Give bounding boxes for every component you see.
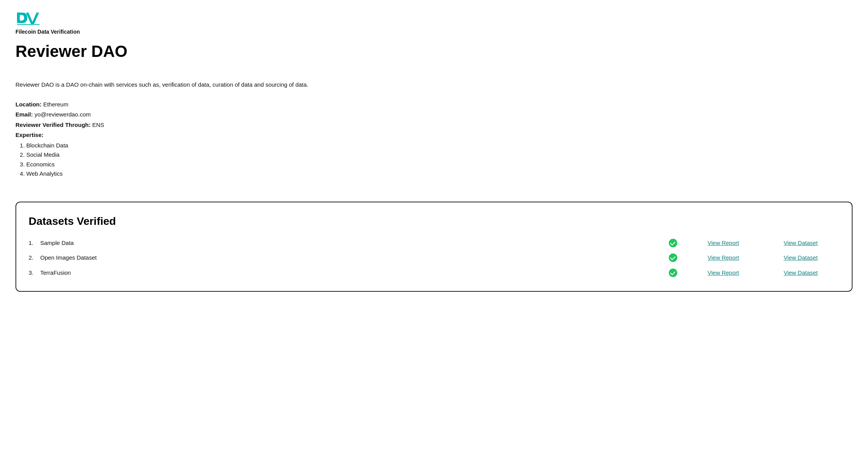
datasets-section: Datasets Verified 1. Sample Data View Re… — [15, 202, 853, 292]
location-value: Ethereum — [43, 101, 68, 108]
dataset-check-icon — [661, 239, 685, 247]
view-report-link[interactable]: View Report — [707, 240, 739, 246]
verified-check-icon — [669, 239, 677, 247]
expertise-item: Web Analytics — [26, 169, 853, 178]
dataset-row: 2. Open Images Dataset View Report View … — [29, 250, 839, 265]
verified-label: Reviewer Verified Through: — [15, 122, 91, 128]
datasets-list: 1. Sample Data View Report View Dataset … — [29, 236, 839, 281]
view-dataset-link[interactable]: View Dataset — [784, 254, 818, 261]
view-dataset-cell: View Dataset — [762, 269, 839, 277]
verified-check-icon — [669, 269, 677, 277]
dataset-check-icon — [661, 269, 685, 277]
info-section: Location: Ethereum Email: yo@reviewerdao… — [15, 100, 853, 178]
view-report-cell: View Report — [685, 253, 762, 262]
expertise-item: Blockchain Data — [26, 141, 853, 150]
verified-value: ENS — [92, 122, 104, 128]
expertise-list: Blockchain DataSocial MediaEconomicsWeb … — [15, 141, 853, 178]
datasets-title: Datasets Verified — [29, 213, 839, 229]
expertise-item: Economics — [26, 160, 853, 169]
view-report-cell: View Report — [685, 269, 762, 277]
view-dataset-link[interactable]: View Dataset — [784, 269, 818, 276]
view-report-link[interactable]: View Report — [707, 269, 739, 276]
dataset-number: 1. — [29, 239, 40, 248]
expertise-item: Social Media — [26, 151, 853, 159]
view-dataset-cell: View Dataset — [762, 253, 839, 262]
view-dataset-cell: View Dataset — [762, 239, 839, 248]
header: Filecoin Data Verification Reviewer DAO — [15, 9, 853, 73]
logo-icon — [15, 9, 43, 26]
dataset-number: 3. — [29, 269, 40, 277]
page-title: Reviewer DAO — [15, 39, 853, 63]
dataset-name: Open Images Dataset — [40, 253, 661, 262]
logo-subtitle: Filecoin Data Verification — [15, 28, 853, 36]
view-report-link[interactable]: View Report — [707, 254, 739, 261]
verified-row: Reviewer Verified Through: ENS — [15, 121, 853, 130]
dataset-row: 1. Sample Data View Report View Dataset — [29, 236, 839, 251]
dataset-name: Sample Data — [40, 239, 661, 248]
location-label: Location: — [15, 101, 42, 108]
logo-container — [15, 9, 853, 26]
dataset-number: 2. — [29, 253, 40, 262]
view-report-cell: View Report — [685, 239, 762, 248]
dataset-row: 3. TerraFusion View Report View Dataset — [29, 265, 839, 281]
verified-check-icon — [669, 253, 677, 262]
expertise-label: Expertise: — [15, 131, 853, 140]
email-label: Email: — [15, 111, 33, 118]
view-dataset-link[interactable]: View Dataset — [784, 240, 818, 246]
dataset-name: TerraFusion — [40, 269, 661, 277]
dataset-check-icon — [661, 253, 685, 262]
location-row: Location: Ethereum — [15, 100, 853, 109]
email-value: yo@reviewerdao.com — [34, 111, 91, 118]
description-text: Reviewer DAO is a DAO on-chain with serv… — [15, 80, 364, 89]
email-row: Email: yo@reviewerdao.com — [15, 110, 853, 119]
